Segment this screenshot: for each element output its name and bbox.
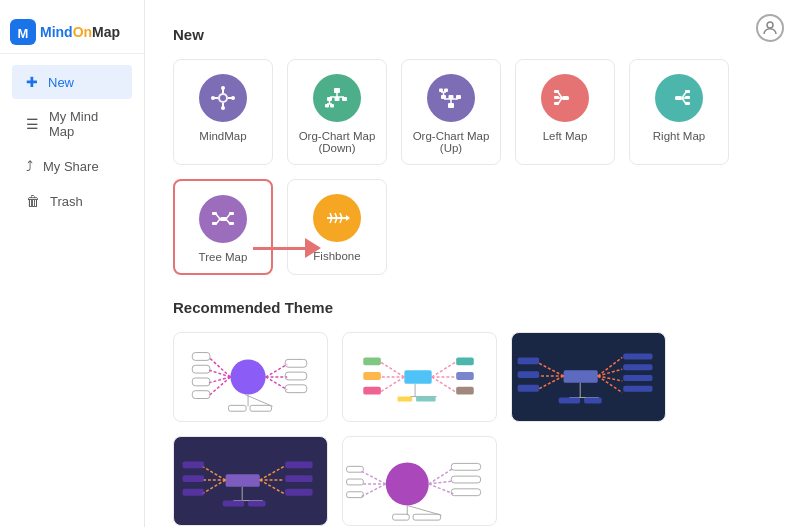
map-label-right-map: Right Map: [653, 130, 705, 142]
mindmap-icon: [199, 74, 247, 122]
svg-line-66: [209, 370, 231, 377]
svg-rect-45: [685, 96, 690, 99]
arrow-shaft: [253, 247, 305, 250]
map-card-left-map[interactable]: Left Map: [515, 59, 615, 165]
svg-rect-142: [451, 489, 480, 496]
svg-rect-93: [456, 357, 474, 365]
svg-rect-127: [183, 475, 205, 482]
theme-card-3[interactable]: [511, 332, 666, 422]
svg-line-125: [260, 480, 284, 494]
sidebar-item-trash[interactable]: 🗑 Trash: [12, 184, 132, 218]
svg-rect-46: [685, 102, 690, 105]
sidebar-item-trash-label: Trash: [50, 194, 83, 209]
svg-rect-146: [347, 466, 364, 472]
map-card-fishbone[interactable]: Fishbone: [287, 179, 387, 275]
sidebar-item-my-share-label: My Share: [43, 159, 99, 174]
map-label-org-chart-up: Org-Chart Map (Up): [410, 130, 492, 154]
svg-line-67: [209, 377, 231, 383]
theme-preview-1: [174, 333, 327, 421]
user-avatar-button[interactable]: [756, 14, 784, 42]
map-label-mindmap: MindMap: [199, 130, 246, 142]
svg-rect-82: [250, 405, 272, 411]
svg-line-143: [361, 471, 385, 484]
svg-rect-95: [456, 387, 474, 395]
svg-rect-119: [226, 474, 260, 487]
svg-rect-147: [347, 479, 364, 485]
svg-line-84: [381, 362, 404, 377]
list-icon: ☰: [26, 116, 39, 132]
svg-rect-32: [444, 89, 448, 93]
svg-rect-135: [248, 501, 266, 507]
svg-rect-117: [559, 398, 581, 404]
tree-map-icon: [199, 195, 247, 243]
svg-rect-21: [325, 104, 329, 108]
sidebar-item-my-share[interactable]: ⤴ My Share: [12, 149, 132, 183]
svg-rect-134: [223, 501, 245, 507]
theme-preview-5: [343, 437, 496, 525]
svg-rect-100: [564, 370, 598, 383]
svg-rect-47: [220, 217, 227, 221]
svg-point-11: [211, 96, 215, 100]
svg-point-64: [230, 359, 265, 394]
svg-line-123: [260, 466, 284, 480]
right-map-icon: [655, 74, 703, 122]
svg-rect-74: [192, 378, 210, 386]
svg-point-9: [221, 86, 225, 90]
svg-rect-76: [285, 359, 307, 367]
svg-rect-92: [363, 387, 381, 395]
svg-line-106: [598, 376, 622, 381]
map-card-tree-map[interactable]: Tree Map: [173, 179, 273, 275]
svg-rect-130: [285, 475, 312, 482]
main-content: New MindMap: [145, 0, 800, 527]
map-card-org-chart-down[interactable]: Org-Chart Map (Down): [287, 59, 387, 165]
theme-card-1[interactable]: [173, 332, 328, 422]
svg-rect-90: [363, 357, 381, 365]
svg-line-120: [202, 466, 225, 480]
svg-point-12: [231, 96, 235, 100]
new-section-title: New: [173, 26, 772, 43]
svg-rect-28: [456, 95, 461, 99]
svg-rect-118: [584, 398, 602, 404]
map-card-right-map[interactable]: Right Map: [629, 59, 729, 165]
svg-marker-63: [346, 215, 350, 221]
svg-line-69: [266, 364, 288, 377]
svg-line-101: [537, 362, 563, 376]
svg-rect-27: [449, 95, 454, 99]
svg-rect-126: [183, 461, 205, 468]
svg-rect-23: [448, 103, 454, 108]
theme-card-2[interactable]: [342, 332, 497, 422]
svg-rect-22: [330, 104, 334, 108]
new-icon: ✚: [26, 74, 38, 90]
svg-rect-31: [439, 89, 443, 93]
theme-card-4[interactable]: [173, 436, 328, 526]
map-card-org-chart-up[interactable]: Org-Chart Map (Up): [401, 59, 501, 165]
svg-rect-72: [192, 353, 210, 361]
recommended-section-title: Recommended Theme: [173, 299, 772, 316]
theme-card-5[interactable]: [342, 436, 497, 526]
map-label-left-map: Left Map: [543, 130, 588, 142]
svg-rect-111: [623, 354, 652, 360]
svg-rect-54: [229, 212, 234, 215]
svg-rect-52: [212, 212, 217, 215]
share-icon: ⤴: [26, 158, 33, 174]
user-icon: [761, 19, 779, 37]
svg-rect-81: [229, 405, 247, 411]
svg-line-86: [381, 377, 404, 392]
svg-rect-152: [413, 514, 440, 520]
sidebar-item-new[interactable]: ✚ New: [12, 65, 132, 99]
svg-line-138: [429, 481, 453, 484]
svg-rect-40: [675, 96, 682, 100]
svg-rect-110: [518, 385, 540, 392]
svg-line-139: [429, 484, 453, 494]
sidebar-item-my-mind-map[interactable]: ☰ My Mind Map: [12, 100, 132, 148]
map-label-tree-map: Tree Map: [199, 251, 248, 263]
arrow-pointer: [253, 238, 321, 258]
svg-line-103: [537, 376, 563, 390]
svg-rect-151: [393, 514, 410, 520]
svg-rect-113: [623, 375, 652, 381]
map-card-mindmap[interactable]: MindMap: [173, 59, 273, 165]
svg-rect-83: [404, 370, 431, 384]
theme-grid: [173, 332, 772, 526]
map-label-org-chart-down: Org-Chart Map (Down): [296, 130, 378, 154]
svg-text:M: M: [18, 26, 29, 41]
